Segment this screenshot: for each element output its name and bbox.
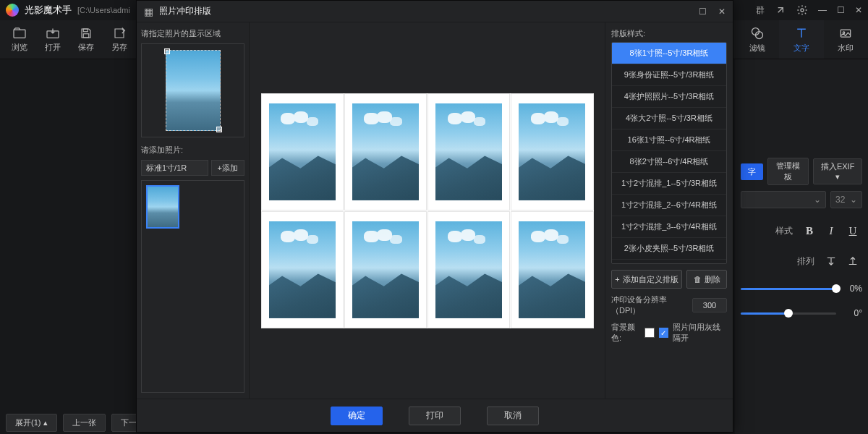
minimize-icon[interactable]: — — [818, 5, 827, 15]
angle-slider-row: 0° — [741, 308, 862, 318]
layout-list[interactable]: 8张1寸照--5寸/3R相纸9张身份证照--5寸/3R相纸4张护照照片--5寸/… — [611, 42, 727, 264]
browse-button[interactable]: 浏览 — [4, 24, 35, 56]
char-button[interactable]: 字 — [741, 163, 763, 180]
layout-option[interactable]: 1寸2寸混排_1--5寸/3R相纸 — [612, 173, 726, 195]
saveas-icon — [112, 27, 127, 40]
photo-preview — [519, 221, 585, 318]
modal-title: 照片冲印排版 — [159, 5, 211, 17]
app-logo — [6, 4, 19, 17]
style-group: 样式 B I U — [741, 223, 862, 239]
modal-titlebar: ▦ 照片冲印排版 ☐ ✕ — [137, 1, 733, 22]
save-button[interactable]: 保存 — [71, 24, 101, 56]
tab-text[interactable]: 文字 — [779, 20, 823, 59]
gray-sep-checkbox[interactable]: ✓ — [659, 328, 668, 338]
layout-option[interactable]: 16张1寸照--6寸/4R相纸 — [612, 129, 726, 151]
print-button[interactable]: 打印 — [409, 407, 461, 425]
sheet-cell — [261, 93, 344, 210]
font-select[interactable]: ⌄ — [741, 191, 826, 208]
layout-option[interactable]: 4张护照照片--5寸/3R相纸 — [612, 86, 726, 108]
italic-button[interactable]: I — [822, 223, 841, 239]
group-label[interactable]: 群 — [756, 4, 765, 17]
dpi-input[interactable] — [692, 298, 727, 312]
add-custom-layout-button[interactable]: + 添加自定义排版 — [611, 270, 682, 289]
align-group: 排列 — [741, 253, 862, 269]
layout-option[interactable]: 1寸2寸混排_3--6寸/4R相纸 — [612, 216, 726, 238]
ok-button[interactable]: 确定 — [331, 407, 383, 425]
tab-watermark[interactable]: 水印 — [824, 20, 868, 59]
layout-option[interactable]: 8张1寸照--5寸/3R相纸 — [612, 43, 726, 64]
size-select[interactable]: 标准1寸/1R — [141, 160, 208, 176]
photo-preview — [352, 221, 419, 318]
print-layout-modal: ▦ 照片冲印排版 ☐ ✕ 请指定照片的显示区域 请添加照片: 标准1寸/1R +… — [136, 0, 733, 433]
crop-preview[interactable] — [141, 43, 244, 137]
add-photo-button[interactable]: + 添加 — [211, 160, 244, 176]
close-icon[interactable]: ✕ — [855, 5, 862, 15]
layout-option[interactable]: 8张2寸照--6寸/4R相纸 — [612, 151, 726, 173]
layout-option[interactable]: 2张小皮夹照--5寸/3R相纸 — [612, 238, 726, 260]
modal-right-panel: 排版样式: 8张1寸照--5寸/3R相纸9张身份证照--5寸/3R相纸4张护照照… — [605, 22, 733, 399]
slider-thumb[interactable] — [784, 309, 793, 318]
photo-preview — [435, 221, 502, 318]
layout-option[interactable]: 2张大皮夹照--6寸/4R相纸 — [612, 260, 726, 264]
cancel-button[interactable]: 取消 — [487, 407, 539, 425]
delete-layout-button[interactable]: 🗑 删除 — [686, 270, 727, 289]
sheet-cell — [427, 211, 510, 328]
open-label: 打开 — [45, 42, 61, 53]
file-path: [C:\Users\admi — [77, 6, 130, 14]
manage-templates-button[interactable]: 管理模板 — [767, 158, 809, 185]
sheet-cell — [261, 211, 344, 328]
photo-preview — [519, 103, 585, 200]
saveas-label: 另存 — [111, 42, 127, 53]
style-label: 样式 — [775, 225, 793, 237]
layout-option[interactable]: 4张大2寸照--5寸/3R相纸 — [612, 108, 726, 129]
bold-button[interactable]: B — [800, 223, 819, 239]
app-name: 光影魔术手 — [25, 4, 72, 17]
dpi-label: 冲印设备分辨率（DPI） — [611, 294, 688, 316]
svg-rect-4 — [83, 33, 89, 37]
folder-icon — [12, 27, 27, 40]
open-button[interactable]: 打开 — [38, 24, 68, 56]
opacity-slider[interactable] — [741, 288, 836, 290]
crop-label: 请指定照片的显示区域 — [141, 28, 244, 39]
save-icon — [79, 27, 93, 40]
modal-body: 请指定照片的显示区域 请添加照片: 标准1寸/1R + 添加 排版样式: 8张1… — [137, 22, 733, 399]
share-icon[interactable] — [775, 4, 786, 16]
underline-button[interactable]: U — [843, 223, 862, 239]
align-2-button[interactable] — [843, 253, 862, 269]
sheet-cell — [511, 93, 593, 210]
angle-value: 0° — [842, 308, 862, 318]
angle-slider[interactable] — [741, 312, 836, 315]
svg-rect-1 — [14, 30, 25, 38]
sheet-cell — [511, 211, 593, 328]
sheet-cell — [344, 211, 427, 328]
tab-filter-label: 滤镜 — [749, 43, 765, 54]
saveas-button[interactable]: 另存 — [104, 24, 135, 56]
sheet-cell — [344, 93, 427, 210]
maximize-icon[interactable]: ☐ — [837, 5, 845, 15]
fontsize-select[interactable]: 32⌄ — [830, 191, 862, 208]
modal-close-icon[interactable]: ✕ — [718, 7, 726, 17]
layout-option[interactable]: 1寸2寸混排_2--6寸/4R相纸 — [612, 195, 726, 216]
photo-preview — [352, 103, 419, 200]
save-label: 保存 — [78, 42, 94, 53]
layout-option[interactable]: 9张身份证照--5寸/3R相纸 — [612, 64, 726, 86]
align-1-button[interactable] — [822, 253, 841, 269]
thumbnail-item[interactable] — [146, 185, 179, 229]
prev-button[interactable]: 上一张 — [63, 414, 106, 432]
layout-label: 排版样式: — [611, 28, 727, 39]
tab-watermark-label: 水印 — [838, 43, 854, 54]
slider-thumb[interactable] — [832, 284, 841, 293]
svg-point-8 — [843, 31, 846, 33]
bg-color-swatch[interactable] — [644, 328, 655, 338]
modal-maximize-icon[interactable]: ☐ — [699, 7, 707, 17]
open-icon — [46, 27, 60, 40]
thumbnail-list — [141, 180, 244, 393]
tab-filter[interactable]: 滤镜 — [735, 20, 779, 59]
settings-icon[interactable] — [796, 4, 808, 16]
align-label: 排列 — [797, 255, 814, 268]
expand-button[interactable]: 展开(1) ▴ — [6, 414, 57, 432]
photo-preview — [435, 103, 502, 200]
add-label: 请添加照片: — [141, 145, 244, 156]
insert-exif-button[interactable]: 插入EXIF ▾ — [813, 158, 862, 184]
grid-icon: ▦ — [144, 6, 153, 17]
